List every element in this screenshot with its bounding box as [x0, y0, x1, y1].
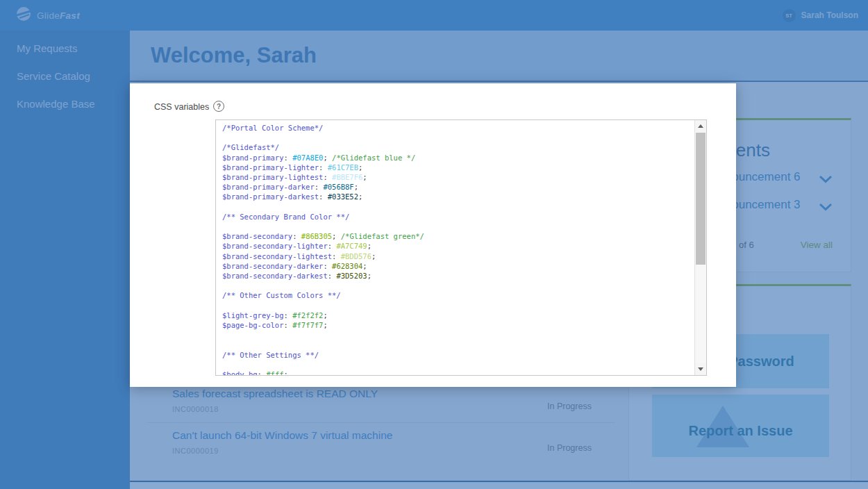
- editor-scrollbar[interactable]: [694, 120, 706, 375]
- help-icon[interactable]: ?: [213, 101, 224, 112]
- scrollbar-down-button[interactable]: [695, 363, 706, 375]
- scroll-up-icon: [698, 124, 703, 128]
- app-root: GlideFast ST Sarah Toulson My Requests S…: [0, 0, 868, 489]
- scrollbar-up-button[interactable]: [695, 120, 706, 132]
- code-content[interactable]: /*Portal Color Scheme*/ /*Glidefast*/$br…: [216, 120, 694, 375]
- css-code-editor[interactable]: /*Portal Color Scheme*/ /*Glidefast*/$br…: [215, 119, 707, 376]
- scroll-down-icon: [698, 367, 703, 371]
- scrollbar-thumb[interactable]: [696, 133, 706, 265]
- css-variables-label: CSS variables: [154, 102, 209, 112]
- css-variables-modal: CSS variables ? /*Portal Color Scheme*/ …: [130, 83, 736, 387]
